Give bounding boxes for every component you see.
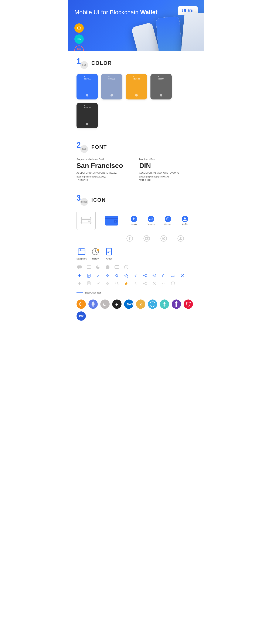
grid-icon-gray: [104, 280, 110, 286]
search-icon-gray: [114, 280, 120, 286]
crypto-verge: [172, 300, 181, 309]
color-section-header: 1 ONE COLOR: [76, 58, 196, 69]
settings-icon[interactable]: [151, 273, 157, 279]
color-dot: [86, 123, 88, 126]
plus-icon: [76, 273, 82, 279]
wallet-icon-outline: [76, 211, 96, 230]
message-icon: [114, 264, 120, 270]
svg-rect-35: [106, 248, 112, 255]
svg-text:DASH: DASH: [127, 303, 134, 306]
phone-mock-3: [181, 12, 204, 51]
font-section-header: 2 TWO FONT: [76, 141, 196, 153]
mgmt-icon-history: !History: [91, 247, 100, 260]
named-icons-outline: [123, 235, 196, 242]
crypto-iota: ◆: [112, 300, 122, 309]
swap-icon: [170, 273, 176, 279]
svg-point-8: [88, 220, 90, 222]
mgmt-icon-order: Order: [104, 247, 114, 260]
svg-rect-41: [87, 266, 91, 266]
plus-icon-gray: [76, 280, 82, 286]
svg-text:Z: Z: [140, 302, 142, 306]
undo-icon-gray: [161, 280, 166, 286]
svg-rect-77: [106, 282, 107, 283]
info-icon-gray: i: [170, 280, 176, 286]
crypto-band: [184, 300, 193, 309]
svg-rect-55: [106, 274, 107, 276]
icon-exchange: Exchange: [144, 216, 157, 225]
svg-point-59: [116, 274, 118, 276]
star-icon-yellow: [123, 280, 129, 286]
color-swatch-666666: #666666: [150, 74, 172, 100]
color-dot: [110, 94, 113, 96]
blockchain-line: [76, 292, 83, 293]
wallet-icon-display: AssetsExchangeDiscoverProfile: [76, 211, 196, 230]
svg-point-64: [146, 276, 146, 277]
crypto-ethereum: [88, 300, 98, 309]
crypto-grid: [148, 300, 157, 309]
hero-badges: Ps 60+ Screens: [74, 24, 84, 51]
named-icons-filled: AssetsExchangeDiscoverProfile: [128, 216, 191, 225]
share-icon: [142, 273, 148, 279]
icon-outline-exchange: [140, 235, 153, 242]
svg-point-15: [148, 216, 154, 222]
svg-point-28: [180, 237, 182, 239]
tool-icons-blue: [76, 273, 196, 279]
svg-line-82: [118, 284, 118, 285]
chevron-left-icon: [132, 273, 138, 279]
svg-rect-57: [106, 276, 107, 277]
svg-text:Ł: Ł: [103, 302, 106, 306]
icon-outline-assets: [123, 235, 136, 242]
share-icon-gray: [142, 280, 148, 286]
color-dot: [160, 94, 162, 96]
close-icon[interactable]: [179, 273, 185, 279]
svg-point-86: [146, 284, 146, 285]
moon-icon: [95, 264, 101, 270]
icon-assets: Assets: [128, 216, 140, 225]
svg-point-106: [148, 300, 157, 309]
check-icon-gray: [95, 280, 101, 286]
tool-icons-gray: i: [76, 280, 196, 286]
color-swatch-3574FA: #3574FA: [76, 74, 98, 100]
svg-point-20: [184, 218, 186, 219]
hero-section: Mobile UI for Blockchain Wallet UI Kit P…: [68, 0, 204, 51]
svg-line-87: [144, 282, 146, 283]
font-col-din: Medium · Bold DIN ABCDEFGHIJKLMNOPQRSTUV…: [139, 158, 196, 181]
svg-point-12: [115, 220, 116, 222]
crypto-waves: [160, 300, 169, 309]
font-grid: Regular · Medium · Bold San Francisco AB…: [76, 158, 196, 181]
wallet-icon-filled: [102, 211, 121, 230]
svg-text:₿: ₿: [79, 302, 81, 306]
crypto-dash: DASH: [124, 300, 134, 309]
icon-section-header: 3 THREE ICON: [76, 194, 196, 206]
svg-point-63: [144, 275, 144, 276]
phone-mock-2: [156, 16, 182, 51]
ps-badge: Ps: [74, 34, 84, 44]
svg-rect-56: [108, 274, 109, 276]
info-icon: i: [123, 264, 129, 270]
svg-line-66: [144, 276, 146, 276]
svg-point-113: [184, 300, 193, 309]
grid-icon: [104, 273, 110, 279]
screens-badge: 60+ Screens: [74, 46, 84, 51]
chat-icon: [76, 264, 82, 270]
svg-point-84: [146, 282, 146, 283]
svg-marker-22: [128, 237, 131, 240]
crypto-litecoin: Ł: [100, 300, 110, 309]
stack-icon: [86, 264, 92, 270]
svg-rect-6: [82, 217, 91, 224]
icon-title: ICON: [92, 197, 106, 203]
svg-line-88: [144, 284, 146, 284]
icon-profile: Profile: [178, 216, 191, 225]
color-section: 1 ONE COLOR #3574FA#8DA0C8#F5A623#666666…: [68, 51, 204, 135]
mgmt-icon-mangment: Mangment: [76, 247, 86, 260]
svg-rect-29: [78, 249, 85, 254]
color-swatch-303030: #303030: [76, 103, 98, 128]
search-icon[interactable]: [114, 273, 120, 279]
doc-icon-gray: [86, 280, 92, 286]
crypto-bitcoin: ₿: [76, 300, 86, 309]
icon-discover: Discover: [162, 216, 174, 225]
svg-marker-40: [77, 268, 79, 269]
font-col-san-francisco: Regular · Medium · Bold San Francisco AB…: [76, 158, 133, 181]
font-section: 2 TWO FONT Regular · Medium · Bold San F…: [68, 135, 204, 188]
star-icon: [123, 273, 129, 279]
